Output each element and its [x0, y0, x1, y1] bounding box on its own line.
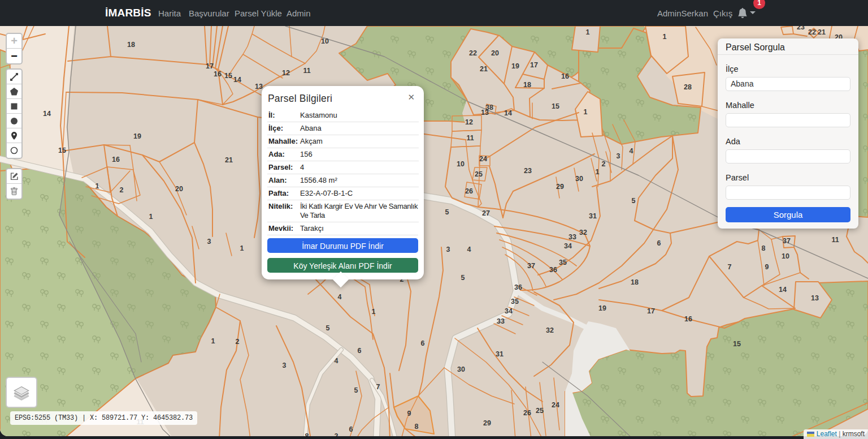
svg-text:34: 34 [505, 307, 513, 315]
svg-text:32: 32 [579, 229, 587, 236]
svg-text:21: 21 [818, 28, 826, 36]
svg-text:34: 34 [564, 242, 572, 250]
svg-text:18: 18 [127, 41, 135, 49]
svg-text:20: 20 [491, 49, 499, 57]
svg-text:5: 5 [326, 324, 330, 332]
svg-text:3: 3 [617, 152, 620, 160]
svg-text:14: 14 [504, 109, 512, 117]
svg-text:5: 5 [445, 208, 449, 216]
svg-text:25: 25 [475, 170, 483, 178]
svg-text:5: 5 [632, 197, 636, 205]
svg-text:29: 29 [483, 419, 491, 427]
svg-text:30: 30 [575, 175, 583, 183]
svg-text:9: 9 [407, 410, 411, 418]
svg-text:7: 7 [376, 383, 380, 391]
svg-text:2: 2 [120, 186, 124, 194]
svg-text:21: 21 [480, 65, 488, 73]
svg-text:7: 7 [728, 263, 732, 271]
svg-text:9: 9 [765, 263, 769, 271]
svg-text:23: 23 [524, 167, 532, 175]
svg-text:4: 4 [630, 147, 633, 155]
svg-text:28: 28 [684, 83, 692, 91]
svg-text:30: 30 [457, 365, 465, 373]
svg-text:3: 3 [283, 361, 287, 369]
svg-text:37: 37 [783, 237, 791, 245]
svg-text:35: 35 [511, 298, 519, 305]
svg-text:18: 18 [631, 278, 639, 286]
svg-text:13: 13 [811, 294, 819, 302]
svg-text:24: 24 [479, 155, 487, 163]
svg-text:6: 6 [349, 425, 353, 433]
svg-text:18: 18 [523, 81, 531, 89]
svg-text:33: 33 [497, 317, 505, 325]
svg-text:35: 35 [559, 259, 567, 266]
svg-text:16: 16 [684, 315, 692, 323]
svg-text:23: 23 [797, 26, 805, 31]
svg-text:26: 26 [523, 409, 531, 417]
svg-text:4: 4 [338, 293, 342, 301]
svg-text:11: 11 [831, 236, 839, 244]
svg-text:22: 22 [808, 28, 816, 36]
svg-text:11: 11 [303, 67, 310, 75]
svg-text:4: 4 [335, 357, 338, 365]
svg-text:27: 27 [482, 209, 490, 217]
svg-text:12: 12 [282, 69, 290, 77]
svg-text:1: 1 [372, 308, 376, 316]
svg-text:4: 4 [467, 246, 471, 253]
svg-text:10: 10 [457, 160, 465, 168]
svg-text:1: 1 [663, 33, 667, 41]
svg-text:2: 2 [602, 160, 606, 168]
svg-text:19: 19 [598, 304, 606, 312]
svg-text:17: 17 [530, 61, 538, 69]
svg-text:36: 36 [514, 283, 522, 291]
svg-text:21: 21 [225, 156, 233, 164]
svg-text:32: 32 [546, 326, 554, 334]
svg-text:31: 31 [589, 212, 597, 220]
svg-text:1: 1 [596, 168, 600, 176]
svg-text:5: 5 [461, 274, 465, 282]
svg-text:25: 25 [536, 407, 544, 415]
svg-text:8: 8 [762, 244, 766, 252]
svg-text:1: 1 [149, 213, 153, 221]
svg-text:1: 1 [96, 182, 99, 190]
svg-text:14: 14 [779, 286, 787, 294]
svg-text:3: 3 [446, 246, 450, 253]
svg-text:15: 15 [733, 340, 741, 348]
svg-text:13: 13 [481, 109, 489, 117]
svg-text:1: 1 [584, 108, 588, 116]
svg-text:24: 24 [552, 401, 559, 409]
svg-text:19: 19 [133, 132, 141, 140]
svg-text:1: 1 [240, 244, 244, 252]
svg-text:16: 16 [214, 70, 222, 78]
svg-text:6: 6 [358, 347, 362, 355]
svg-text:17: 17 [647, 307, 655, 315]
svg-text:19: 19 [511, 62, 519, 70]
svg-text:1: 1 [586, 28, 590, 36]
svg-text:17: 17 [206, 62, 214, 70]
svg-text:8: 8 [305, 432, 309, 436]
svg-text:3: 3 [207, 238, 211, 246]
svg-text:15: 15 [58, 147, 66, 154]
svg-text:29: 29 [556, 183, 564, 191]
svg-text:2: 2 [236, 338, 240, 346]
svg-text:6: 6 [421, 339, 425, 347]
svg-text:37: 37 [527, 262, 535, 270]
svg-text:10: 10 [782, 252, 789, 260]
svg-text:33: 33 [568, 233, 576, 241]
svg-text:36: 36 [549, 266, 557, 274]
svg-text:20: 20 [175, 185, 183, 193]
svg-text:5: 5 [354, 386, 358, 394]
svg-text:22: 22 [469, 49, 477, 57]
svg-text:6: 6 [657, 239, 661, 247]
svg-text:1: 1 [211, 337, 215, 345]
svg-text:11: 11 [466, 134, 474, 142]
svg-text:15: 15 [224, 72, 232, 80]
svg-text:14: 14 [233, 76, 241, 84]
svg-text:15: 15 [552, 102, 559, 110]
svg-text:2: 2 [335, 432, 338, 436]
svg-text:10: 10 [321, 37, 329, 45]
svg-text:12: 12 [465, 118, 473, 126]
svg-text:16: 16 [561, 72, 569, 80]
svg-text:8: 8 [415, 423, 419, 431]
svg-text:16: 16 [112, 156, 120, 163]
